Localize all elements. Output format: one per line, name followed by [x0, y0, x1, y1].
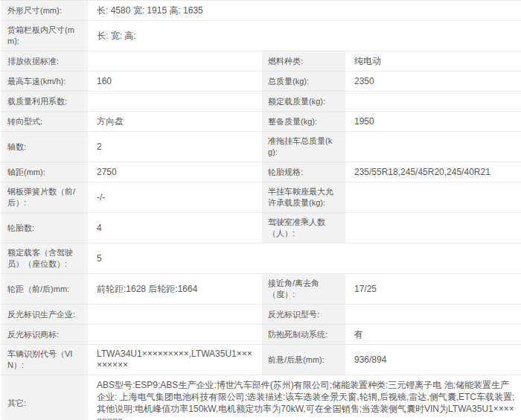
spec-value [89, 325, 260, 345]
spec-label: 防抱死制动系统: [260, 325, 347, 345]
spec-value: -/- [89, 182, 260, 213]
spec-value: 5 [89, 244, 260, 274]
spec-value [347, 92, 521, 112]
spec-label: 燃料种类: [260, 51, 347, 71]
spec-label: 反光标识商标: [0, 325, 89, 345]
spec-label: 载质量利用系数: [0, 92, 89, 112]
spec-label: 车辆识别代号（VIN）: [0, 345, 89, 375]
spec-label: 总质量(kg): [260, 71, 347, 92]
spec-label: 半挂车鞍座最大允许承载质量(kg): [260, 182, 347, 213]
spec-value: 纯电动 [347, 51, 521, 71]
spec-value: 4 [89, 213, 260, 244]
spec-label: 轴距(mm): [0, 162, 89, 182]
spec-label: 接近角/离去角（度）: [260, 274, 347, 305]
spec-label: 整备质量(kg): [260, 112, 347, 132]
spec-label: 轴数: [0, 132, 89, 162]
spec-label: 轮胎数: [0, 213, 89, 244]
spec-value: 长: 宽: 高: [89, 21, 521, 51]
spec-value: 2350 [347, 71, 521, 92]
spec-value: 1950 [347, 112, 521, 132]
spec-label: 前悬/后悬(mm): [260, 345, 347, 375]
spec-value: 936/894 [347, 345, 521, 375]
vehicle-spec-table: 外形尺寸(mm):长: 4580 宽: 1915 高: 1635货箱栏板内尺寸(… [0, 0, 521, 420]
spec-value [347, 305, 521, 325]
spec-label: 额定载客（含驾驶员）（座位数）: [0, 244, 89, 274]
spec-value [89, 51, 260, 71]
spec-value: 前轮距:1628 后轮距:1664 [89, 274, 260, 305]
spec-empty-cell [260, 244, 521, 274]
spec-value [347, 213, 521, 244]
spec-label: 货箱栏板内尺寸(mm): [0, 21, 89, 51]
spec-value [89, 305, 260, 325]
spec-label: 反光标识型号: [260, 305, 347, 325]
spec-value: 方向盘 [89, 112, 260, 132]
spec-value [89, 92, 260, 112]
spec-label: 准拖挂车总质量(kg): [260, 132, 347, 162]
vehicle-spec-sheet: 外形尺寸(mm):长: 4580 宽: 1915 高: 1635货箱栏板内尺寸(… [0, 0, 521, 420]
spec-label: 额定载质量(kg): [260, 92, 347, 112]
spec-label: 轮胎规格: [260, 162, 347, 182]
spec-label: 排放依据标准: [0, 51, 89, 71]
spec-value: 有 [347, 325, 521, 345]
spec-value: ABS型号:ESP9;ABS生产企业:博世汽车部件(苏州)有限公司;储能装置种类… [89, 375, 521, 420]
spec-label: 反光标识生产企业: [0, 305, 89, 325]
spec-label: 其它: [0, 375, 89, 420]
spec-label: 外形尺寸(mm): [0, 1, 89, 21]
spec-value: 235/55R18,245/45R20,245/40R21 [347, 162, 521, 182]
spec-label: 转向型式: [0, 112, 89, 132]
spec-value: 160 [89, 71, 260, 92]
spec-label: 最高车速(km/h): [0, 71, 89, 92]
spec-label: 钢板弹簧片数（前/后）: [0, 182, 89, 213]
spec-label: 轮距（前/后)mm: [0, 274, 89, 305]
spec-value: 2750 [89, 162, 260, 182]
spec-value: 长: 4580 宽: 1915 高: 1635 [89, 1, 521, 21]
spec-value: LTWA34U1×××××××××,LTWA35U1××××××××× [89, 345, 260, 375]
spec-value [347, 132, 521, 162]
spec-value: 2 [89, 132, 260, 162]
spec-value: 17/25 [347, 274, 521, 305]
spec-label: 驾驶室准乘人数（人）: [260, 213, 347, 244]
spec-value [347, 182, 521, 213]
